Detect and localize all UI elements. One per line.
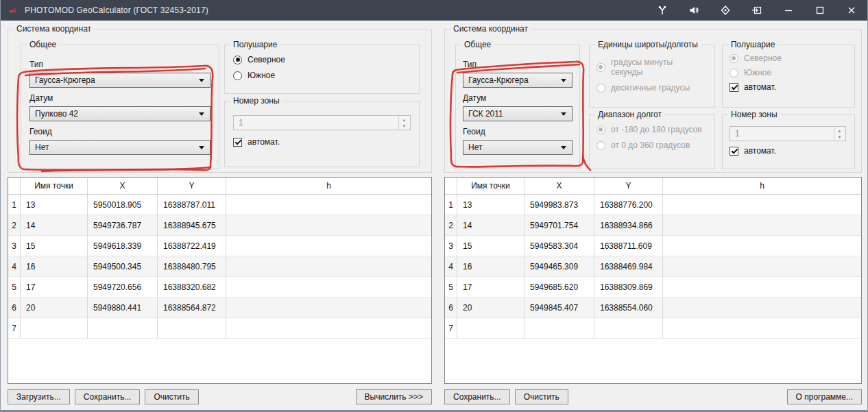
table-cell[interactable]: 16388554.060: [594, 298, 663, 318]
table-cell[interactable]: [663, 277, 861, 298]
table-cell[interactable]: 13: [21, 195, 88, 215]
table-cell[interactable]: 5950018.905: [88, 195, 158, 215]
row-number[interactable]: 7: [445, 318, 457, 339]
type-dropdown[interactable]: Гаусса-Крюгера: [463, 73, 572, 88]
row-number[interactable]: 4: [8, 256, 21, 277]
table-cell[interactable]: 16388722.419: [158, 236, 226, 256]
type-dropdown[interactable]: Гаусса-Крюгера: [29, 73, 210, 88]
auto-zone-checkbox[interactable]: автомат.: [730, 146, 846, 156]
table-cell[interactable]: [226, 277, 431, 298]
table-cell[interactable]: [663, 236, 861, 256]
row-number[interactable]: 4: [445, 256, 457, 277]
table-cell[interactable]: [663, 256, 861, 277]
row-number[interactable]: 5: [8, 277, 21, 298]
column-header[interactable]: h: [226, 178, 431, 195]
table-cell[interactable]: [663, 215, 861, 236]
table-cell[interactable]: 20: [457, 298, 525, 318]
table-cell[interactable]: 14: [457, 215, 525, 236]
row-number[interactable]: 6: [445, 298, 457, 318]
speaker-icon[interactable]: [678, 0, 710, 21]
column-header[interactable]: Имя точки: [21, 178, 88, 195]
table-cell[interactable]: [158, 318, 226, 339]
table-cell[interactable]: 5949465.309: [525, 256, 594, 277]
spin-up-icon[interactable]: ▲: [834, 128, 845, 134]
row-number[interactable]: 2: [445, 215, 457, 236]
table-cell[interactable]: [594, 318, 663, 339]
radio-north[interactable]: Северное: [233, 55, 411, 64]
spin-down-icon[interactable]: ▼: [834, 134, 845, 140]
table-cell[interactable]: 5949583.304: [525, 236, 594, 256]
zone-number-spinner[interactable]: 1 ▲▼: [730, 126, 846, 141]
column-header[interactable]: h: [663, 178, 861, 195]
dock-window-icon[interactable]: [741, 0, 773, 21]
table-cell[interactable]: 16388309.869: [594, 277, 663, 298]
wrench-icon[interactable]: [647, 0, 678, 21]
table-cell[interactable]: 16388776.200: [594, 195, 663, 215]
auto-hemisphere-checkbox[interactable]: автомат.: [730, 82, 846, 92]
table-cell[interactable]: [663, 318, 861, 339]
table-cell[interactable]: 17: [457, 277, 525, 298]
clear-button[interactable]: Очистить: [515, 389, 568, 404]
column-header[interactable]: Y: [158, 178, 226, 195]
compute-button[interactable]: Вычислить >>>: [356, 389, 432, 404]
table-cell[interactable]: [226, 195, 431, 215]
table-cell[interactable]: 16: [21, 256, 88, 277]
table-cell[interactable]: 5949880.441: [88, 298, 158, 318]
spinner-buttons[interactable]: ▲▼: [834, 128, 845, 140]
table-cell[interactable]: 15: [457, 236, 525, 256]
column-header[interactable]: X: [88, 178, 158, 195]
table-cell[interactable]: 16388320.682: [158, 277, 226, 298]
move-compass-icon[interactable]: [710, 0, 741, 21]
table-cell[interactable]: 16388564.872: [158, 298, 226, 318]
column-header[interactable]: X: [525, 178, 594, 195]
geoid-dropdown[interactable]: Нет: [463, 140, 572, 155]
table-cell[interactable]: 17: [21, 277, 88, 298]
datum-dropdown[interactable]: Пулково 42: [29, 106, 210, 121]
row-number[interactable]: 1: [445, 195, 457, 215]
row-number[interactable]: 5: [445, 277, 457, 298]
radio-south[interactable]: Южное: [233, 71, 411, 80]
about-button[interactable]: О программе...: [787, 389, 862, 404]
table-cell[interactable]: 14: [21, 215, 88, 236]
table-cell[interactable]: [226, 298, 431, 318]
table-cell[interactable]: 5949685.620: [525, 277, 594, 298]
table-cell[interactable]: 16388945.675: [158, 215, 226, 236]
table-cell[interactable]: [663, 298, 861, 318]
save-button[interactable]: Сохранить...: [75, 389, 141, 404]
table-cell[interactable]: 5949500.345: [88, 256, 158, 277]
table-cell[interactable]: [663, 195, 861, 215]
table-cell[interactable]: [226, 236, 431, 256]
table-cell[interactable]: 16: [457, 256, 525, 277]
zone-number-spinner[interactable]: 1 ▲▼: [233, 115, 411, 130]
column-header[interactable]: Y: [594, 178, 663, 195]
table-cell[interactable]: 16388480.795: [158, 256, 226, 277]
spin-up-icon[interactable]: ▲: [399, 117, 409, 123]
table-cell[interactable]: 13: [457, 195, 525, 215]
maximize-button[interactable]: [804, 0, 836, 21]
row-number[interactable]: 1: [8, 195, 21, 215]
save-button[interactable]: Сохранить...: [444, 389, 510, 404]
datum-dropdown[interactable]: ГСК 2011: [463, 106, 572, 121]
close-button[interactable]: [836, 0, 867, 21]
row-number[interactable]: 6: [8, 298, 21, 318]
table-cell[interactable]: 20: [21, 298, 88, 318]
auto-zone-checkbox[interactable]: автомат.: [233, 137, 411, 147]
table-cell[interactable]: [88, 318, 158, 339]
table-cell[interactable]: [226, 318, 431, 339]
minimize-button[interactable]: [773, 0, 804, 21]
table-cell[interactable]: [21, 318, 88, 339]
table-cell[interactable]: [525, 318, 594, 339]
table-cell[interactable]: 16388934.866: [594, 215, 663, 236]
table-cell[interactable]: [457, 318, 525, 339]
table-cell[interactable]: 5949845.407: [525, 298, 594, 318]
table-cell[interactable]: 15: [21, 236, 88, 256]
spinner-buttons[interactable]: ▲▼: [398, 117, 409, 129]
table-cell[interactable]: 5949618.339: [88, 236, 158, 256]
column-header[interactable]: Имя точки: [457, 178, 525, 195]
table-cell[interactable]: [226, 256, 431, 277]
table-cell[interactable]: [226, 215, 431, 236]
load-button[interactable]: Загрузить...: [8, 389, 70, 404]
table-cell[interactable]: 5949701.754: [525, 215, 594, 236]
geoid-dropdown[interactable]: Нет: [29, 140, 210, 155]
row-number[interactable]: 7: [8, 318, 21, 339]
